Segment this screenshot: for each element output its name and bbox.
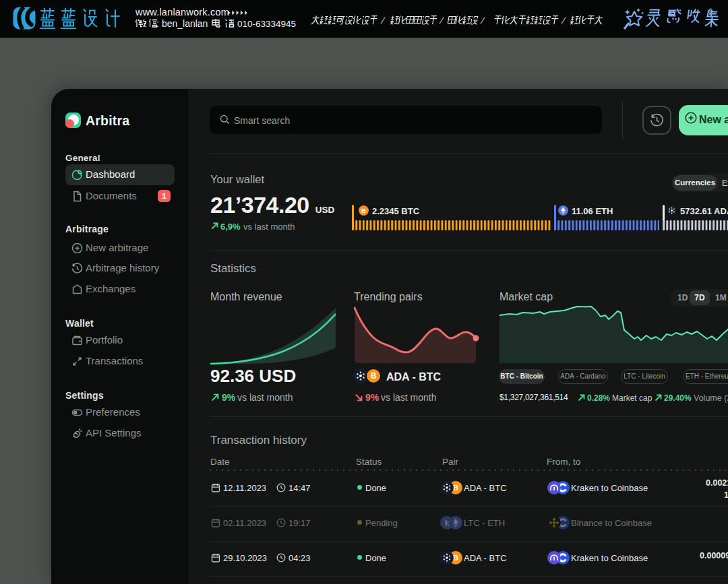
svg-text:/: / xyxy=(480,15,486,26)
svg-text:/: / xyxy=(439,15,445,26)
svg-text:B: B xyxy=(371,371,377,381)
svg-text:/: / xyxy=(561,15,567,26)
svg-text:B: B xyxy=(361,207,366,214)
svg-text:/: / xyxy=(380,15,386,26)
